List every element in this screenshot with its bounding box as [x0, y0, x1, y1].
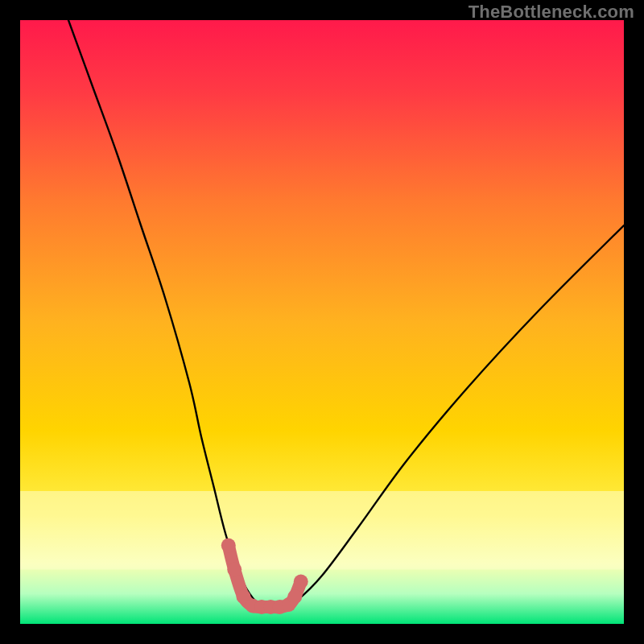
marker-dot [227, 563, 242, 577]
chart-frame [20, 20, 624, 624]
marker-dot [294, 575, 308, 589]
bottleneck-chart [20, 20, 624, 624]
svg-rect-0 [20, 491, 624, 570]
attribution-label: TheBottleneck.com [469, 2, 634, 23]
pale-yellow-band [20, 491, 624, 570]
marker-dot [221, 539, 236, 553]
marker-dot [287, 589, 302, 604]
